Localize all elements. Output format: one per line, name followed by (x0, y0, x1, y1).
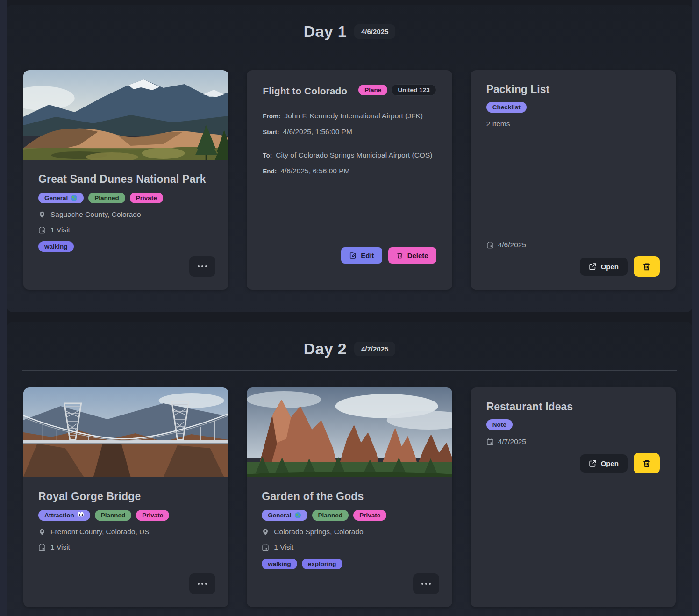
checklist-item-count: 2 Items (486, 120, 510, 128)
open-button[interactable]: Open (580, 454, 628, 473)
flight-to-row: To:City of Colorado Springs Municipal Ai… (263, 151, 436, 159)
place-location-row: Fremont County, Colorado, US (38, 528, 214, 536)
edit-icon (349, 252, 357, 259)
place-location: Fremont County, Colorado, US (50, 528, 150, 536)
place-title: Royal Gorge Bridge (38, 490, 214, 503)
more-options-button[interactable] (413, 573, 439, 594)
end-label: End: (263, 168, 277, 175)
place-card-royal-gorge[interactable]: Royal Gorge Bridge Attraction Planned Pr… (23, 387, 228, 607)
day-2-section: Day 2 4/7/2025 (7, 322, 692, 616)
checklist-type-tag: Checklist (486, 102, 527, 113)
note-type-tag: Note (486, 419, 513, 430)
edit-button[interactable]: Edit (341, 247, 382, 264)
external-link-icon (589, 263, 597, 271)
day-1-date-badge: 4/6/2025 (354, 24, 395, 39)
category-tag: General (262, 510, 307, 521)
more-options-button[interactable] (189, 256, 215, 277)
calendar-icon (38, 544, 46, 551)
place-visits: 1 Visit (274, 543, 293, 552)
place-visits-row: 1 Visit (262, 543, 437, 552)
place-title: Great Sand Dunes National Park (38, 173, 214, 186)
category-tag: General (38, 193, 84, 203)
calendar-icon (262, 544, 269, 551)
place-location: Colorado Springs, Colorado (274, 528, 363, 536)
checklist-date: 4/6/2025 (498, 241, 526, 249)
day-2-divider (22, 370, 677, 371)
day-1-section: Day 1 4/6/2025 (7, 5, 692, 312)
place-title: Garden of the Gods (262, 490, 437, 503)
activity-tag: walking (38, 241, 74, 252)
to-value: City of Colorado Springs Municipal Airpo… (276, 151, 432, 159)
more-options-button[interactable] (189, 573, 215, 594)
day-2-title: Day 2 (304, 340, 347, 358)
activity-tag: walking (262, 559, 297, 569)
trash-icon (396, 252, 403, 259)
flight-start-row: Start:4/6/2025, 1:56:00 PM (263, 128, 436, 136)
checklist-date-row: 4/6/2025 (486, 241, 526, 249)
itinerary-canvas: Day 1 4/6/2025 (7, 0, 692, 616)
category-tag: Attraction (38, 510, 90, 521)
day-1-header: Day 1 4/6/2025 (23, 16, 676, 53)
flight-end-row: End:4/6/2025, 6:56:00 PM (263, 167, 436, 175)
calendar-icon (486, 241, 494, 249)
privacy-tag: Private (353, 510, 386, 521)
place-photo-garden-of-the-gods (247, 387, 452, 477)
privacy-tag: Private (136, 510, 169, 521)
activity-tag: exploring (302, 559, 342, 569)
place-visits-row: 1 Visit (38, 226, 214, 234)
place-location: Saguache County, Colorado (50, 210, 141, 219)
from-value: John F. Kennedy International Airport (J… (285, 112, 423, 120)
delete-checklist-button[interactable] (634, 256, 660, 277)
calendar-icon (486, 438, 494, 445)
place-card-great-sand-dunes[interactable]: Great Sand Dunes National Park General P… (23, 70, 228, 290)
place-card-garden-of-the-gods[interactable]: Garden of the Gods General Planned Priva… (247, 387, 452, 607)
checklist-card[interactable]: Packing List Checklist 2 Items 4/6/2025 … (471, 70, 676, 290)
delete-note-button[interactable] (634, 453, 660, 473)
to-label: To: (263, 152, 272, 159)
place-visits-row: 1 Visit (38, 543, 214, 552)
status-tag: Planned (312, 510, 349, 521)
open-button[interactable]: Open (580, 258, 628, 276)
end-value: 4/6/2025, 6:56:00 PM (280, 167, 350, 175)
day-1-divider (22, 53, 677, 53)
place-visits: 1 Visit (50, 226, 70, 234)
trash-icon (642, 262, 651, 271)
flight-number-badge: United 123 (391, 84, 436, 96)
place-photo-sand-dunes (23, 70, 228, 160)
note-title: Restaurant Ideas (486, 401, 573, 413)
map-pin-icon (38, 210, 46, 219)
eyes-icon (77, 512, 84, 519)
trash-icon (642, 459, 651, 468)
map-pin-icon (262, 528, 269, 536)
calendar-icon (38, 226, 46, 234)
place-visits: 1 Visit (50, 543, 70, 552)
globe-icon (71, 194, 78, 201)
note-date-row: 4/7/2025 (486, 437, 526, 446)
transport-type-tag: Plane (358, 85, 387, 95)
start-label: Start: (263, 129, 279, 136)
day-2-header: Day 2 4/7/2025 (23, 333, 676, 370)
status-tag: Planned (95, 510, 132, 521)
place-photo-royal-gorge (23, 387, 228, 477)
globe-icon (294, 512, 301, 519)
external-link-icon (589, 459, 597, 467)
privacy-tag: Private (130, 193, 163, 203)
day-1-title: Day 1 (304, 22, 347, 41)
flight-card[interactable]: Flight to Colorado Plane United 123 From… (247, 70, 452, 290)
note-date: 4/7/2025 (498, 437, 526, 446)
note-card[interactable]: Restaurant Ideas Note 4/7/2025 Open (471, 387, 676, 607)
start-value: 4/6/2025, 1:56:00 PM (283, 128, 352, 136)
flight-title: Flight to Colorado (263, 84, 347, 97)
place-location-row: Colorado Springs, Colorado (262, 528, 437, 536)
flight-from-row: From:John F. Kennedy International Airpo… (263, 112, 436, 120)
status-tag: Planned (88, 193, 125, 203)
map-pin-icon (38, 528, 46, 536)
place-location-row: Saguache County, Colorado (38, 210, 214, 219)
day-2-date-badge: 4/7/2025 (354, 342, 395, 356)
checklist-title: Packing List (486, 83, 549, 96)
delete-button[interactable]: Delete (388, 247, 436, 264)
from-label: From: (263, 113, 280, 120)
